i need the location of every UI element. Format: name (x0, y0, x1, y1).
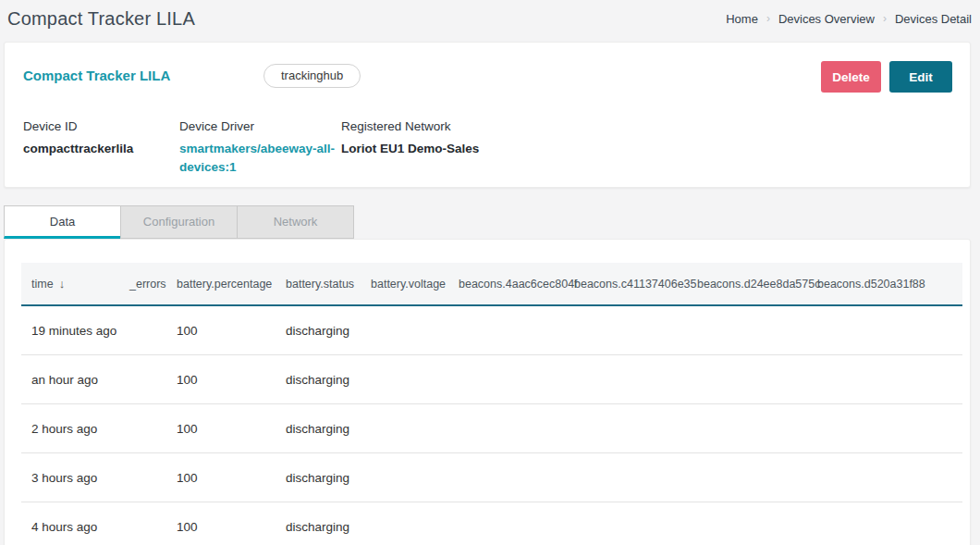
tab-strip: Data Configuration Network (4, 205, 980, 239)
column-header-battery-percentage[interactable]: battery.percentage (177, 278, 286, 291)
cell-time: 3 hours ago (31, 471, 129, 485)
table-row[interactable]: 3 hours ago 100 discharging (21, 453, 962, 502)
device-card: Compact Tracker LILA trackinghub Delete … (4, 42, 971, 188)
cell-time: 4 hours ago (31, 520, 129, 534)
page-title: Compact Tracker LILA (7, 8, 195, 30)
device-id-value: compacttrackerlila (23, 140, 179, 158)
column-header-beacon-4[interactable]: beacons.d520a31f88 (817, 278, 962, 291)
column-header-time[interactable]: time↓ (31, 277, 129, 291)
breadcrumb-item-home[interactable]: Home (726, 12, 758, 26)
cell-battery-percentage: 100 (177, 422, 286, 436)
cell-battery-status: discharging (286, 373, 371, 387)
table-row[interactable]: 4 hours ago 100 discharging (21, 502, 962, 545)
cell-battery-percentage: 100 (177, 520, 286, 534)
breadcrumb: Home › Devices Overview › Devices Detail (726, 12, 973, 26)
tab-configuration[interactable]: Configuration (120, 205, 238, 239)
tab-data[interactable]: Data (4, 205, 121, 239)
cell-battery-status: discharging (286, 422, 371, 436)
chevron-right-icon: › (883, 12, 887, 25)
column-header-label: time (31, 278, 54, 291)
table-row[interactable]: an hour ago 100 discharging (21, 355, 962, 404)
cell-battery-percentage: 100 (177, 324, 286, 338)
field-label: Registered Network (341, 119, 479, 133)
breadcrumb-item-devices-overview[interactable]: Devices Overview (778, 12, 875, 26)
data-table: time↓ _errors battery.percentage battery… (21, 263, 962, 545)
sort-desc-icon: ↓ (59, 277, 66, 291)
table-header-row: time↓ _errors battery.percentage battery… (21, 263, 962, 306)
field-label: Device Driver (179, 119, 341, 133)
device-driver-field: Device Driver smartmakers/abeeway-all-de… (179, 119, 341, 177)
field-label: Device ID (23, 119, 179, 133)
cell-battery-percentage: 100 (177, 373, 286, 387)
data-panel: time↓ _errors battery.percentage battery… (4, 239, 971, 545)
column-header-battery-voltage[interactable]: battery.voltage (371, 278, 459, 291)
device-id-field: Device ID compacttrackerlila (23, 119, 179, 177)
cell-time: 2 hours ago (31, 422, 129, 436)
column-header-beacon-3[interactable]: beacons.d24ee8da575c (697, 278, 817, 291)
registered-network-value: Loriot EU1 Demo-Sales (341, 140, 479, 158)
top-bar: Compact Tracker LILA Home › Devices Over… (0, 0, 980, 37)
table-row[interactable]: 19 minutes ago 100 discharging (21, 306, 962, 355)
device-tag-badge: trackinghub (263, 64, 361, 88)
tab-network[interactable]: Network (237, 205, 354, 239)
chevron-right-icon: › (766, 12, 770, 25)
column-header-beacon-2[interactable]: beacons.c41137406e35 (574, 278, 697, 291)
registered-network-field: Registered Network Loriot EU1 Demo-Sales (341, 119, 479, 177)
cell-battery-status: discharging (286, 520, 371, 534)
cell-battery-status: discharging (286, 471, 371, 485)
edit-button[interactable]: Edit (889, 61, 952, 93)
cell-battery-percentage: 100 (177, 471, 286, 485)
device-driver-link[interactable]: smartmakers/abeeway-all-devices:1 (179, 140, 338, 177)
device-actions: Delete Edit (821, 61, 952, 93)
cell-battery-status: discharging (286, 324, 371, 338)
table-row[interactable]: 2 hours ago 100 discharging (21, 404, 962, 453)
delete-button[interactable]: Delete (821, 61, 881, 93)
device-title: Compact Tracker LILA (23, 68, 170, 83)
breadcrumb-item-devices-detail: Devices Detail (895, 12, 972, 26)
cell-time: an hour ago (31, 373, 129, 387)
column-header-battery-status[interactable]: battery.status (286, 278, 371, 291)
column-header-errors[interactable]: _errors (129, 278, 177, 291)
device-fields: Device ID compacttrackerlila Device Driv… (23, 119, 479, 177)
column-header-beacon-1[interactable]: beacons.4aac6cec804f (459, 278, 574, 291)
cell-time: 19 minutes ago (31, 324, 129, 338)
